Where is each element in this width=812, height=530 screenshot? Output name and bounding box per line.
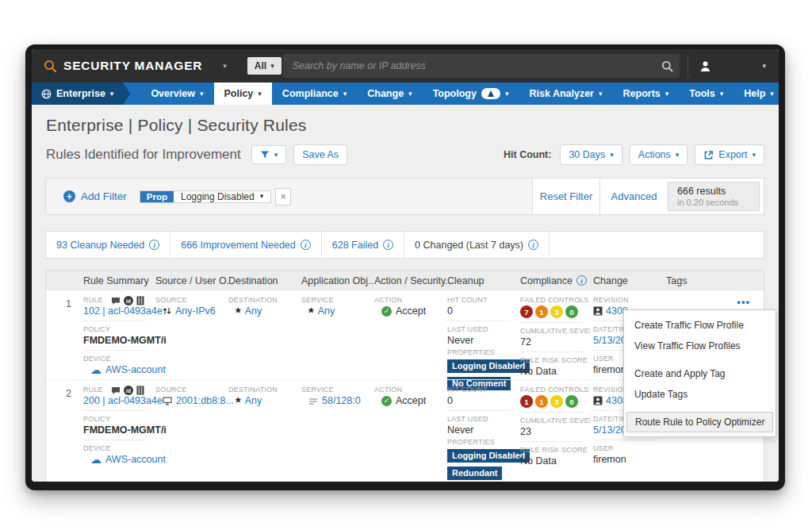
policy-label: POLICY	[83, 325, 152, 333]
nav-item-reports[interactable]: Reports ▾	[613, 83, 680, 105]
source-link[interactable]: Any-IPv6	[175, 305, 216, 317]
tab-improvement-needed[interactable]: 666 Improvement Needed i	[170, 232, 322, 258]
header-change: Change	[593, 275, 666, 286]
destination-cell: DESTINATION * Any	[228, 296, 301, 393]
nav-item-compliance[interactable]: Compliance ▾	[272, 83, 357, 105]
search-submit-icon[interactable]	[661, 60, 673, 72]
header-rule-summary: Rule Summary	[83, 275, 155, 286]
rule-label: RULE	[83, 296, 103, 304]
filter-menu-button[interactable]: ▾	[251, 145, 287, 164]
failed-controls-label: FAILED CONTROLS	[520, 386, 590, 394]
control-count-high: 1	[535, 395, 548, 408]
nav-items: Overview ▾ Policy ▾ Compliance ▾ Change …	[140, 83, 612, 105]
accept-check-icon: ✓	[381, 396, 392, 406]
policy-value: FMDEMO-MGMT/i	[83, 335, 146, 351]
menu-item-route-rule-to-policy-optimizer[interactable]: Route Rule to Policy Optimizer	[626, 412, 773, 432]
header-tags: Tags	[666, 275, 764, 286]
tab-cleanup-needed[interactable]: 93 Cleanup Needed i	[46, 232, 170, 258]
app-logo: SECURITY MANAGER	[32, 59, 210, 73]
control-count-medium: 3	[550, 395, 563, 408]
chevron-down-icon: ▾	[665, 90, 669, 98]
nav-item-change[interactable]: Change ▾	[357, 83, 422, 105]
source-link[interactable]: 2001:db8:8...	[176, 395, 234, 406]
rule-doc-icon[interactable]	[136, 296, 144, 305]
info-icon: i	[383, 240, 393, 250]
nav-enterprise-dropdown[interactable]: Enterprise ▾	[32, 83, 123, 105]
comment-icon[interactable]	[111, 386, 121, 395]
nav-item-label: Overview	[151, 88, 195, 99]
actions-dropdown[interactable]: Actions ▾	[630, 144, 688, 165]
cumulative-severity-value: 72	[520, 336, 584, 352]
filter-icon	[260, 150, 270, 159]
rule-doc-icon[interactable]	[136, 386, 144, 395]
hit-count-value: 0	[447, 395, 511, 411]
nav-item-overview[interactable]: Overview ▾	[140, 83, 213, 105]
hit-count-value: 30 Days	[569, 149, 605, 160]
service-label: SERVICE	[301, 296, 371, 304]
nav-item-topology[interactable]: Topology ▾	[423, 83, 519, 105]
advanced-filter-button[interactable]: Advanced	[600, 179, 668, 214]
save-as-label: Save As	[302, 149, 339, 160]
device-label: DEVICE	[83, 444, 152, 452]
chevron-down-icon: ▾	[258, 90, 262, 98]
comment-icon[interactable]	[111, 297, 121, 305]
view-title: Rules Identified for Improvement	[46, 147, 241, 163]
results-count: 666 results	[677, 186, 750, 197]
source-cell: SOURCE 2001:db8:8...	[155, 386, 228, 482]
chevron-down-icon: ▾	[610, 152, 614, 159]
cloud-icon: ☁	[90, 364, 102, 375]
tab-label: 93 Cleanup Needed	[56, 240, 144, 251]
filter-chip-close-icon[interactable]: ×	[275, 188, 291, 205]
filter-chip-field: Prop	[140, 191, 174, 202]
control-count-medium: 3	[550, 305, 563, 318]
id-badge-icon[interactable]: id	[124, 386, 133, 395]
policy-value: FMDEMO-MGMT/i	[83, 424, 146, 440]
app-menu-caret[interactable]: ▾	[210, 63, 239, 70]
chevron-down-icon: ▾	[343, 90, 347, 98]
export-dropdown[interactable]: Export ▾	[695, 144, 764, 165]
accept-check-icon: ✓	[381, 306, 392, 317]
rule-risk-score-label: RULE RISK SCORE	[520, 446, 590, 454]
page-title: Enterprise | Policy | Security Rules	[46, 116, 764, 135]
user-menu-button[interactable]	[688, 60, 711, 72]
info-icon: i	[301, 240, 311, 250]
nav-right-items: Reports ▾ Tools ▾ Help ▾	[613, 83, 779, 105]
service-link[interactable]: Any	[318, 305, 335, 317]
menu-item-view-traffic-flow-profiles[interactable]: View Traffic Flow Profiles	[624, 336, 776, 356]
action-value: Accept	[396, 395, 426, 406]
rule-link[interactable]: 200 | acl-0493a4e	[83, 395, 163, 406]
filter-builder-area: + Add Filter Prop Logging Disabled ▾	[46, 179, 533, 214]
properties-label: PROPERTIES	[447, 348, 517, 356]
id-badge-icon[interactable]: id	[124, 296, 133, 305]
search-scope-dropdown[interactable]: All ▾	[247, 57, 282, 75]
row-actions-menu-icon[interactable]: •••	[666, 296, 760, 308]
results-time: in 0.20 seconds	[677, 198, 750, 207]
tab-changed[interactable]: 0 Changed (Last 7 days) i	[404, 232, 550, 258]
filter-chip-logging-disabled[interactable]: Prop Logging Disabled ▾	[140, 190, 271, 203]
nav-item-tools[interactable]: Tools ▾	[679, 83, 733, 105]
menu-item-create-and-apply-tag[interactable]: Create and Apply Tag	[624, 363, 776, 384]
table-header-row: Rule Summary Source / User O... Destinat…	[46, 271, 764, 290]
destination-link[interactable]: Any	[245, 305, 262, 317]
rule-risk-score-label: RULE RISK SCORE	[520, 356, 590, 364]
service-label: SERVICE	[301, 386, 371, 394]
save-as-button[interactable]: Save As	[293, 144, 347, 165]
rule-link[interactable]: 102 | acl-0493a4e	[83, 305, 163, 317]
tab-failed[interactable]: 628 Failed i	[322, 232, 404, 258]
destination-link[interactable]: Any	[245, 395, 262, 406]
properties-label: PROPERTIES	[447, 438, 517, 446]
nav-item-policy[interactable]: Policy ▾	[214, 83, 272, 105]
nav-enterprise-label: Enterprise	[56, 88, 105, 99]
add-filter-button[interactable]: + Add Filter	[63, 190, 127, 202]
header-destination: Destination	[228, 275, 301, 286]
menu-item-create-traffic-flow-profile[interactable]: Create Traffic Flow Profile	[624, 315, 776, 336]
search-input[interactable]	[293, 60, 661, 71]
nav-item-help[interactable]: Help ▾	[733, 83, 779, 105]
nav-item-risk-analyzer[interactable]: Risk Analyzer ▾	[519, 83, 612, 105]
service-link[interactable]: 58/128:0	[322, 395, 361, 406]
window-menu-caret[interactable]: ▾	[762, 63, 779, 70]
property-badge: Logging Disabled	[447, 359, 530, 373]
hit-count-range-dropdown[interactable]: 30 Days ▾	[560, 144, 622, 165]
menu-item-update-tags[interactable]: Update Tags	[624, 384, 776, 405]
reset-filter-button[interactable]: Reset Filter	[533, 179, 600, 214]
